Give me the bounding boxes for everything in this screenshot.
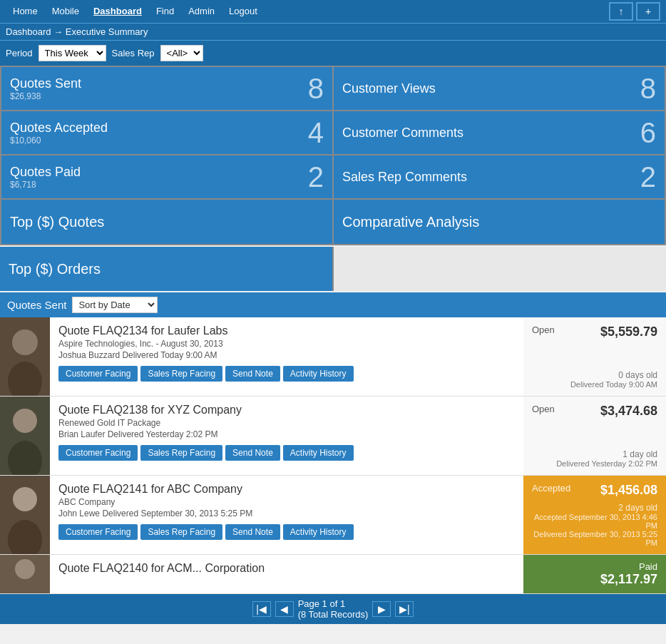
customer-comments-cell[interactable]: Customer Comments 6 xyxy=(334,111,665,154)
sales-rep-facing-btn-3[interactable]: Sales Rep Facing xyxy=(140,524,222,540)
salesrep-select[interactable]: <All> xyxy=(160,45,203,61)
navbar: Home Mobile Dashboard Find Admin Logout … xyxy=(0,0,666,23)
quote-title-2[interactable]: Quote FLAQ2138 for XYZ Company xyxy=(58,404,515,416)
customer-views-cell[interactable]: Customer Views 8 xyxy=(334,67,665,110)
sales-rep-facing-btn-1[interactable]: Sales Rep Facing xyxy=(140,366,222,382)
activity-history-btn-3[interactable]: Activity History xyxy=(283,524,354,540)
quotes-paid-sub: $6,718 xyxy=(10,180,81,190)
quotes-sent-sub: $26,938 xyxy=(10,91,81,101)
nav-admin[interactable]: Admin xyxy=(181,0,222,23)
top-orders-cell[interactable]: Top ($) Orders xyxy=(0,247,332,291)
svg-point-4 xyxy=(13,409,37,433)
top-quotes-cell[interactable]: Top ($) Quotes xyxy=(1,200,332,244)
quote-title-partial[interactable]: Quote FLAQ2140 for ACM... Corporation xyxy=(58,562,515,575)
quote-content-1: Quote FLAQ2134 for Laufer Labs Aspire Te… xyxy=(50,317,523,396)
orders-row: Top ($) Orders xyxy=(0,247,666,291)
status-age-3: 2 days old xyxy=(532,503,657,513)
sales-rep-comments-cell[interactable]: Sales Rep Comments 2 xyxy=(334,155,665,198)
quote-status-1: Open $5,559.79 0 days old Delivered Toda… xyxy=(523,317,666,396)
status-delivered-3: Delivered September 30, 2013 5:25 PM xyxy=(532,530,657,547)
partial-status: Paid $2,117.97 xyxy=(523,555,666,593)
quotes-accepted-num: 4 xyxy=(308,118,324,147)
pagination: |◀ ◀ Page 1 of 1 (8 Total Records) ▶ ▶| xyxy=(0,594,666,624)
sales-rep-comments-num: 2 xyxy=(640,163,656,191)
stats-grid: Quotes Sent $26,938 8 Customer Views 8 Q… xyxy=(0,66,666,245)
customer-comments-num: 6 xyxy=(640,118,656,147)
customer-views-title: Customer Views xyxy=(342,81,436,96)
avatar-3 xyxy=(0,476,50,554)
quotes-sent-cell[interactable]: Quotes Sent $26,938 8 xyxy=(1,67,332,110)
quote-status-2: Open $3,474.68 1 day old Delivered Yeste… xyxy=(523,397,666,475)
quote-sub-3: ABC Company xyxy=(58,497,515,507)
period-label: Period xyxy=(6,48,33,58)
status-accepted-3: Accepted September 30, 2013 4:46 PM xyxy=(532,513,657,530)
quote-card-2: Quote FLAQ2138 for XYZ Company Renewed G… xyxy=(0,397,666,476)
svg-point-7 xyxy=(13,487,37,511)
quotes-paid-title: Quotes Paid xyxy=(10,165,81,180)
quote-status-3: Accepted $1,456.08 2 days old Accepted S… xyxy=(523,476,666,554)
activity-history-btn-2[interactable]: Activity History xyxy=(283,445,354,461)
quote-actions-1: Customer Facing Sales Rep Facing Send No… xyxy=(58,366,515,382)
quote-sub-1: Aspire Technologies, Inc. - August 30, 2… xyxy=(58,339,515,349)
prev-page-btn[interactable]: ◀ xyxy=(275,601,294,617)
nav-home[interactable]: Home xyxy=(6,0,45,23)
send-note-btn-1[interactable]: Send Note xyxy=(225,366,280,382)
quotes-accepted-cell[interactable]: Quotes Accepted $10,060 4 xyxy=(1,111,332,154)
breadcrumb: Dashboard → Executive Summary xyxy=(0,23,666,40)
sort-select[interactable]: Sort by Date Sort by Amount Sort by Stat… xyxy=(72,297,158,313)
period-select[interactable]: This Week This Month Last Month xyxy=(39,45,106,61)
quote-delivered-1: Joshua Buzzard Delivered Today 9:00 AM xyxy=(58,350,515,360)
quote-content-2: Quote FLAQ2138 for XYZ Company Renewed G… xyxy=(50,397,523,475)
quote-card-1: Quote FLAQ2134 for Laufer Labs Aspire Te… xyxy=(0,317,666,397)
status-delivered-1: Delivered Today 9:00 AM xyxy=(570,380,657,389)
status-amount-3: $1,456.08 xyxy=(600,483,657,498)
partial-amount: $2,117.97 xyxy=(600,572,657,587)
activity-history-btn-1[interactable]: Activity History xyxy=(283,366,354,382)
sales-rep-facing-btn-2[interactable]: Sales Rep Facing xyxy=(140,445,222,461)
quotes-paid-cell[interactable]: Quotes Paid $6,718 2 xyxy=(1,155,332,198)
quote-actions-2: Customer Facing Sales Rep Facing Send No… xyxy=(58,445,515,461)
avatar-partial xyxy=(0,555,50,594)
quote-title-1[interactable]: Quote FLAQ2134 for Laufer Labs xyxy=(58,324,515,337)
quote-card-3: Quote FLAQ2141 for ABC Company ABC Compa… xyxy=(0,476,666,555)
svg-point-1 xyxy=(12,329,38,355)
last-page-btn[interactable]: ▶| xyxy=(395,601,414,617)
quote-card-partial: Quote FLAQ2140 for ACM... Corporation Pa… xyxy=(0,555,666,594)
quote-actions-3: Customer Facing Sales Rep Facing Send No… xyxy=(58,524,515,540)
top-quotes-label: Top ($) Quotes xyxy=(10,214,104,230)
quote-title-3[interactable]: Quote FLAQ2141 for ABC Company xyxy=(58,483,515,496)
salesrep-label: Sales Rep xyxy=(112,48,155,58)
next-page-btn[interactable]: ▶ xyxy=(372,601,391,617)
nav-dashboard[interactable]: Dashboard xyxy=(86,0,149,23)
status-age-2: 1 day old xyxy=(556,449,657,459)
send-note-btn-2[interactable]: Send Note xyxy=(225,445,280,461)
quotes-sent-num: 8 xyxy=(308,74,324,103)
partial-status-label: Paid xyxy=(639,561,657,572)
status-amount-1: $5,559.79 xyxy=(600,324,657,339)
page-text: Page 1 of 1 xyxy=(298,598,346,609)
nav-mobile[interactable]: Mobile xyxy=(45,0,86,23)
avatar-2 xyxy=(0,397,50,475)
first-page-btn[interactable]: |◀ xyxy=(252,601,271,617)
quote-content-3: Quote FLAQ2141 for ABC Company ABC Compa… xyxy=(50,476,523,554)
up-button[interactable]: ↑ xyxy=(609,2,633,21)
quote-sub-2: Renewed Gold IT Package xyxy=(58,418,515,428)
customer-facing-btn-3[interactable]: Customer Facing xyxy=(58,524,138,540)
page-info: Page 1 of 1 (8 Total Records) xyxy=(298,598,369,620)
customer-facing-btn-1[interactable]: Customer Facing xyxy=(58,366,138,382)
nav-find[interactable]: Find xyxy=(149,0,181,23)
nav-logout[interactable]: Logout xyxy=(222,0,265,23)
status-delivered-2: Delivered Yesterday 2:02 PM xyxy=(556,459,657,468)
status-amount-2: $3,474.68 xyxy=(600,404,657,419)
customer-facing-btn-2[interactable]: Customer Facing xyxy=(58,445,138,461)
comparative-cell[interactable]: Comparative Analysis xyxy=(334,200,665,244)
status-label-3: Accepted xyxy=(532,483,570,494)
quotes-sent-bar: Quotes Sent Sort by Date Sort by Amount … xyxy=(0,292,666,317)
status-label-2: Open xyxy=(532,404,555,414)
quotes-paid-num: 2 xyxy=(308,163,324,191)
quote-delivered-3: John Lewe Delivered September 30, 2013 5… xyxy=(58,508,515,518)
send-note-btn-3[interactable]: Send Note xyxy=(225,524,280,540)
quotes-bar-label: Quotes Sent xyxy=(7,299,66,311)
customer-views-num: 8 xyxy=(640,74,656,103)
plus-button[interactable]: + xyxy=(636,2,660,21)
